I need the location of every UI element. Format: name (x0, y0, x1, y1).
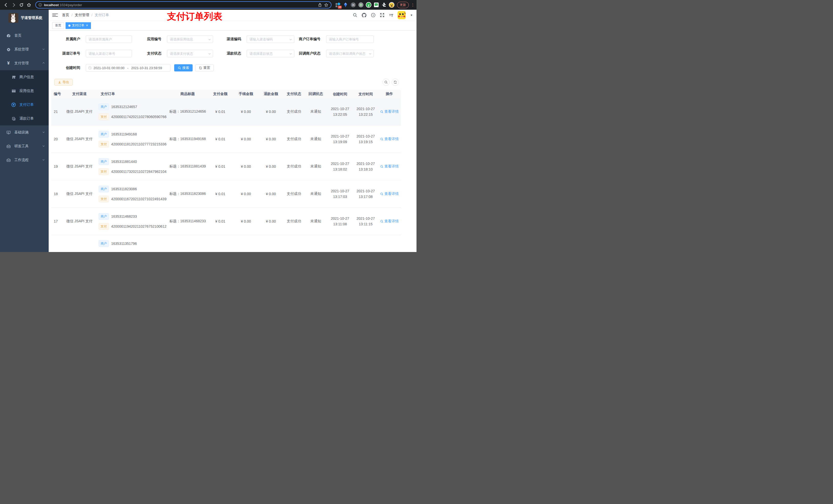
export-button[interactable]: 导出 (54, 79, 73, 86)
cell-id: 19 (51, 153, 63, 180)
col-callback-status: 回调状态 (305, 92, 327, 96)
channel-code-select[interactable] (247, 35, 294, 43)
merchant-input[interactable] (86, 35, 132, 43)
cell-fee: ¥ 0.00 (233, 125, 259, 153)
app-select[interactable] (167, 35, 213, 43)
sidebar-item-pay-order[interactable]: ¥ 支付订单 (0, 98, 49, 112)
merchant-order-no: 1635311823086 (111, 187, 137, 191)
create-time-range-picker[interactable]: 2021-10-01 00:00:00 - 2021-10-31 23:59:5… (86, 64, 170, 72)
pay-status-select[interactable] (167, 50, 213, 57)
col-id: 编号 (51, 92, 63, 96)
sidebar-item-pay[interactable]: ¥ 支付管理 (0, 56, 49, 70)
reload-icon[interactable] (18, 2, 25, 8)
callback-status-select[interactable] (326, 50, 374, 57)
sidebar-item-app-info[interactable]: 应用信息 (0, 84, 49, 98)
cell-refund: ¥ 0.00 (259, 180, 283, 208)
cell-pay-time: 2021-10-2713:19:15 (354, 125, 378, 153)
channel-order-no: 4200001174202110278060590766 (111, 115, 166, 119)
pay-tag: 支付 (99, 196, 109, 202)
show-search-toggle-button[interactable] (382, 79, 389, 86)
cell-amount: ¥ 0.01 (208, 125, 233, 153)
sidebar-fold-icon[interactable] (52, 12, 58, 18)
col-pay-channel: 支付渠道 (63, 92, 96, 96)
sidebar-submenu: 商户信息 应用信息 ¥ 支付订单 退款订单 (0, 70, 49, 125)
forward-icon[interactable] (10, 2, 17, 8)
cell-refund: ¥ 0.00 (259, 153, 283, 180)
channel-order-no-input[interactable] (86, 50, 132, 57)
tab-home[interactable]: 首页 (52, 22, 64, 29)
sidebar-item-label: 支付管理 (14, 61, 39, 66)
merchant-order-line: 商户 1635311949168 (99, 131, 137, 138)
help-icon[interactable]: ? (371, 13, 376, 18)
svg-text:¥: ¥ (13, 103, 14, 106)
cell-id: 18 (51, 180, 63, 208)
merchant-order-no-input[interactable] (326, 35, 374, 43)
fullscreen-icon[interactable] (380, 13, 384, 18)
breadcrumb-separator: / (91, 13, 93, 17)
chevron-down-icon (42, 158, 45, 162)
browser-menu-icon[interactable]: ⋮ (411, 3, 414, 7)
browser-chrome: localhost:1024/pay/order 10 ⌘ y (0, 0, 416, 10)
col-refund: 退款金额 (259, 92, 283, 96)
sidebar-item-devtools[interactable]: 研发工具 (0, 139, 49, 153)
home-icon[interactable] (26, 2, 32, 8)
cell-pay-time: 2021-10-2713:22:15 (354, 98, 378, 125)
sidebar-item-label: 应用信息 (20, 89, 45, 93)
browser-update-button[interactable]: 更新 (397, 2, 409, 8)
view-detail-link[interactable]: 查看详情 (380, 192, 399, 196)
header-search-icon[interactable] (353, 13, 357, 18)
cell-create-time: 2021-10-2713:19:09 (327, 125, 354, 153)
sidebar-item-workflow[interactable]: 工作流程 (0, 153, 49, 167)
breadcrumb-pay[interactable]: 支付管理 (75, 13, 89, 18)
channel-order-no: 4200001173202110272847982104 (111, 170, 166, 174)
search-button[interactable]: 搜索 (174, 64, 193, 71)
avatar-caret-icon[interactable]: ▼ (410, 14, 413, 17)
breadcrumb-home[interactable]: 首页 (62, 13, 69, 18)
back-icon[interactable] (3, 2, 9, 8)
refresh-table-button[interactable] (392, 79, 399, 86)
sidebar-item-system[interactable]: 系统管理 (0, 43, 49, 56)
view-detail-link[interactable]: 查看详情 (380, 164, 399, 169)
yen-circle-icon: ¥ (11, 102, 16, 107)
svg-text:⌘: ⌘ (352, 3, 355, 7)
refund-status-select[interactable] (247, 50, 294, 57)
view-detail-link[interactable]: 查看详情 (380, 110, 399, 114)
chat-extension-icon[interactable] (373, 2, 380, 8)
sidebar-item-home[interactable]: 首页 (0, 29, 49, 43)
cell-fee: ¥ 0.00 (233, 208, 259, 235)
col-pay-status: 支付状态 (283, 92, 305, 96)
extension-pin-icon[interactable]: 10 (335, 2, 341, 8)
y-extension-icon[interactable]: y (365, 2, 372, 8)
close-icon[interactable]: ✕ (86, 24, 88, 27)
view-detail-link[interactable]: 查看详情 (380, 219, 399, 223)
github-icon[interactable] (362, 13, 366, 18)
filter-label: 渠道订单号 (57, 51, 80, 56)
extensions-puzzle-icon[interactable] (381, 2, 387, 8)
cell-title: 标题：1635312124656 (168, 98, 208, 125)
app-logo (8, 13, 18, 23)
sketch-extension-icon[interactable] (342, 2, 349, 8)
channel-order-line: 支付 4200001181202110277723215336 (99, 141, 166, 147)
sidebar-item-refund-order[interactable]: 退款订单 (0, 112, 49, 125)
chevron-down-icon (42, 130, 45, 135)
reset-button[interactable]: 重置 (195, 64, 214, 71)
filter-label: 创建时间 (57, 66, 80, 70)
recorder-extension-icon[interactable] (358, 2, 364, 8)
font-size-icon[interactable]: TT (389, 13, 393, 18)
sidebar-item-merchant-info[interactable]: 商户信息 (0, 70, 49, 84)
bookmark-star-icon[interactable] (324, 3, 328, 7)
emoji-extension-icon[interactable] (388, 2, 395, 8)
cell-callback-status: 未通知 (305, 208, 327, 235)
sidebar-item-infra[interactable]: 基础设施 (0, 125, 49, 139)
tab-pay-order[interactable]: 支付订单 ✕ (66, 22, 91, 29)
avatar[interactable] (398, 11, 406, 19)
col-amount: 支付金额 (208, 92, 233, 96)
command-extension-icon[interactable]: ⌘ (350, 2, 357, 8)
col-title: 商品标题 (168, 92, 208, 96)
share-icon[interactable] (318, 3, 322, 7)
table-row: 商户 1635311351796 查看详情 (51, 235, 401, 252)
view-detail-link[interactable]: 查看详情 (380, 137, 399, 141)
filter-label: 商户订单编号 (299, 37, 320, 42)
search-icon (380, 138, 383, 141)
url-bar[interactable]: localhost:1024/pay/order (35, 1, 331, 8)
